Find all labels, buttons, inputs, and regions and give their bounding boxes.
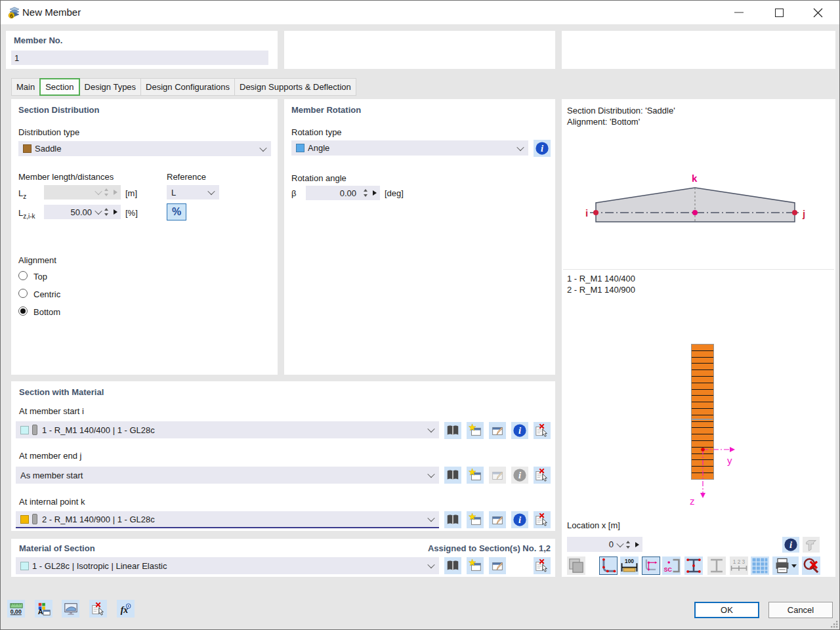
spinner[interactable] <box>104 208 108 216</box>
section-end-dropdown[interactable]: As member start <box>16 467 439 484</box>
percent-toggle-button[interactable]: % <box>167 203 186 220</box>
material-dropdown[interactable]: 1 - GL28c | Isotropic | Linear Elastic <box>16 557 439 574</box>
material-color-swatch <box>20 562 29 570</box>
monitor-icon <box>64 602 78 616</box>
material-delete-button[interactable] <box>534 557 551 574</box>
dimension-lines-button[interactable]: 1 2 3 <box>730 556 748 575</box>
formula-button[interactable]: fx <box>117 600 135 618</box>
stress-points-button[interactable] <box>684 556 703 575</box>
material-library-button[interactable] <box>444 557 461 574</box>
tbeam-view-button[interactable] <box>803 537 820 553</box>
chevron-down-icon <box>207 188 215 195</box>
display-settings-button[interactable]: A <box>35 600 52 618</box>
rendering-button[interactable] <box>62 600 79 618</box>
delete-inputs-button[interactable] <box>89 600 107 618</box>
tab-design-types[interactable]: Design Types <box>79 78 142 96</box>
chevron-down-icon <box>427 425 434 432</box>
section-info-button[interactable]: i <box>511 422 528 439</box>
section-info-button[interactable]: i <box>782 537 799 553</box>
material-edit-button[interactable] <box>489 557 506 574</box>
shear-center-button[interactable]: SC <box>662 556 681 575</box>
section-distribution-header: Section Distribution <box>18 105 100 115</box>
radio-centric[interactable] <box>18 289 28 298</box>
delete-icon <box>91 602 106 616</box>
print-button[interactable] <box>772 556 799 575</box>
dimensions-button[interactable]: 100 <box>620 556 639 575</box>
section-info-button[interactable]: i <box>511 467 528 484</box>
info-icon: i <box>513 468 527 482</box>
member-rotation-panel: Member Rotation Rotation type Angle i Ro… <box>284 99 555 375</box>
reference-dropdown[interactable]: L <box>167 185 219 200</box>
tab-main[interactable]: Main <box>11 78 40 96</box>
detail-arrow-icon[interactable] <box>114 209 117 215</box>
section-edit-button[interactable] <box>489 511 506 528</box>
section-new-button[interactable] <box>467 422 484 439</box>
section-outline-button[interactable] <box>599 556 618 575</box>
svg-text:A: A <box>37 608 43 616</box>
tab-design-configurations[interactable]: Design Configurations <box>140 78 235 96</box>
section-edit-button[interactable] <box>489 422 506 439</box>
close-button[interactable] <box>803 1 833 24</box>
cancel-button[interactable]: Cancel <box>768 602 833 618</box>
spinner[interactable] <box>626 541 630 549</box>
lz-input[interactable] <box>44 185 121 200</box>
detail-arrow-icon[interactable] <box>114 190 117 195</box>
maximize-button[interactable] <box>764 1 794 24</box>
member-no-panel: Member No. 1 <box>6 31 278 69</box>
spinner[interactable] <box>364 189 368 197</box>
section-list-item: 2 - R_M1 140/900 <box>567 285 635 295</box>
parts-button[interactable] <box>707 556 726 575</box>
shear-center-icon: SC <box>662 556 681 575</box>
section-edit-button[interactable] <box>489 467 506 484</box>
zoom-reset-button[interactable] <box>802 556 820 575</box>
tbeam-icon <box>804 537 818 552</box>
tab-design-supports-deflection[interactable]: Design Supports & Deflection <box>234 78 356 96</box>
detail-arrow-icon[interactable] <box>635 542 639 547</box>
render-view-button[interactable] <box>567 556 585 575</box>
location-x-input[interactable]: 0 <box>567 537 642 552</box>
radio-top[interactable] <box>18 271 28 280</box>
detail-arrow-icon[interactable] <box>373 190 377 196</box>
radio-bottom[interactable] <box>18 306 28 316</box>
new-icon <box>468 558 482 573</box>
render-view-icon <box>567 556 585 575</box>
section-delete-button[interactable] <box>534 467 551 484</box>
printer-icon <box>774 557 791 574</box>
section-delete-button[interactable] <box>534 511 551 528</box>
resize-grip[interactable] <box>830 620 838 628</box>
section-start-dropdown[interactable]: 1 - R_M1 140/400 | 1 - GL28c <box>16 421 439 438</box>
rotation-type-dropdown[interactable]: Angle <box>291 140 528 156</box>
lzik-input[interactable]: 50.00 <box>44 205 121 219</box>
svg-text:i: i <box>789 539 792 550</box>
preview-line1: Section Distribution: 'Saddle' <box>567 106 675 116</box>
section-internal-dropdown[interactable]: 2 - R_M1 140/900 | 1 - GL28c <box>16 511 439 528</box>
section-list-item: 1 - R_M1 140/400 <box>567 274 635 284</box>
library-icon <box>446 558 460 573</box>
beta-input[interactable]: 0.00 <box>306 186 380 200</box>
ok-button[interactable]: OK <box>694 602 759 618</box>
section-new-button[interactable] <box>467 511 484 528</box>
distribution-type-dropdown[interactable]: Saddle <box>18 141 271 156</box>
tab-section[interactable]: Section <box>39 78 79 96</box>
units-settings-button[interactable]: 0,00 <box>7 600 25 618</box>
member-no-input[interactable]: 1 <box>11 51 268 65</box>
section-info-button[interactable]: i <box>511 511 528 528</box>
info-icon: i <box>513 513 527 527</box>
section-delete-button[interactable] <box>534 422 551 439</box>
material-new-button[interactable] <box>467 557 484 574</box>
section-color-swatch <box>20 515 29 524</box>
rotation-angle-label: Rotation angle <box>291 173 346 183</box>
section-library-button[interactable] <box>444 511 461 528</box>
section-library-button[interactable] <box>444 422 461 439</box>
section-new-button[interactable] <box>467 467 484 484</box>
rotation-info-button[interactable]: i <box>534 140 551 157</box>
delete-icon <box>535 513 549 527</box>
grid-button[interactable] <box>751 556 769 575</box>
reference-label: Reference <box>167 172 206 182</box>
spinner[interactable] <box>104 188 108 196</box>
section-library-button[interactable] <box>444 467 461 484</box>
minimize-button[interactable] <box>724 1 754 24</box>
principal-axes-button[interactable] <box>642 556 660 575</box>
svg-text:k: k <box>692 173 698 184</box>
angle-swatch <box>296 144 304 152</box>
